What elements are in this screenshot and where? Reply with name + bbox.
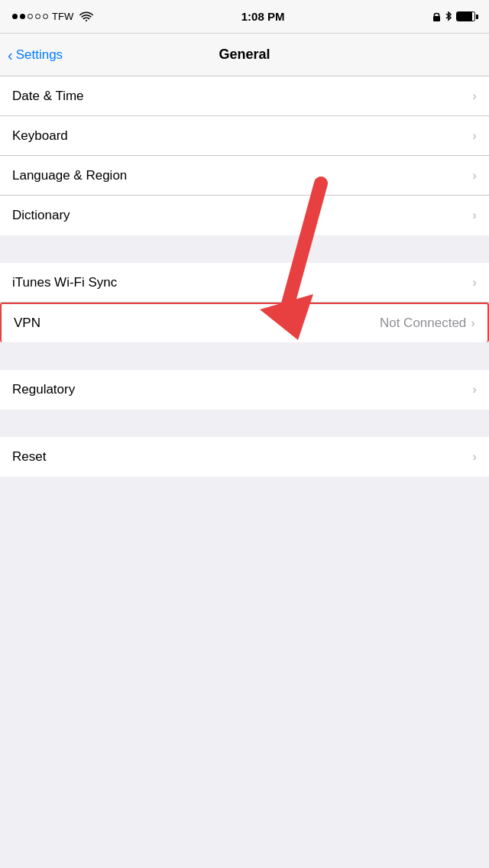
- chevron-icon-itunes-wifi: ›: [472, 275, 477, 290]
- signal-dot-3: [28, 14, 33, 19]
- nav-bar: ‹ Settings General: [0, 34, 489, 76]
- settings-section-1: Date & Time › Keyboard › Language & Regi…: [0, 76, 489, 235]
- item-right-vpn: Not Connected ›: [380, 316, 475, 331]
- signal-dot-2: [20, 14, 25, 19]
- item-label-dictionary: Dictionary: [12, 208, 70, 223]
- nav-back-button[interactable]: ‹ Settings: [8, 47, 63, 63]
- back-chevron-icon: ‹: [8, 47, 13, 63]
- carrier-label: TFW: [52, 11, 73, 22]
- settings-item-language-region[interactable]: Language & Region ›: [0, 156, 489, 196]
- item-right-language-region: ›: [472, 168, 477, 183]
- chevron-icon-keyboard: ›: [472, 128, 477, 144]
- chevron-icon-regulatory: ›: [472, 382, 477, 397]
- item-right-itunes-wifi: ›: [472, 275, 477, 290]
- item-right-date-time: ›: [472, 89, 477, 104]
- item-label-reset: Reset: [12, 449, 46, 465]
- settings-item-regulatory[interactable]: Regulatory ›: [0, 370, 489, 410]
- battery-container: [456, 11, 477, 21]
- status-time: 1:08 PM: [241, 10, 285, 23]
- signal-dots: [12, 14, 48, 19]
- chevron-icon-date-time: ›: [472, 89, 477, 104]
- signal-dot-1: [12, 14, 18, 19]
- item-right-regulatory: ›: [472, 382, 477, 397]
- item-label-vpn: VPN: [14, 316, 40, 331]
- page-wrapper: TFW 1:08 PM: [0, 0, 489, 868]
- item-right-keyboard: ›: [472, 128, 477, 144]
- settings-item-vpn[interactable]: VPN Not Connected ›: [0, 303, 489, 342]
- chevron-icon-vpn: ›: [471, 316, 475, 331]
- nav-title: General: [219, 47, 270, 63]
- svg-rect-0: [433, 16, 440, 21]
- chevron-icon-dictionary: ›: [472, 208, 477, 223]
- settings-item-itunes-wifi[interactable]: iTunes Wi-Fi Sync ›: [0, 263, 489, 303]
- item-label-date-time: Date & Time: [12, 89, 84, 104]
- settings-section-2: iTunes Wi-Fi Sync › VPN Not Connected ›: [0, 263, 489, 342]
- chevron-icon-reset: ›: [472, 449, 477, 465]
- settings-section-3: Regulatory ›: [0, 370, 489, 410]
- status-bar: TFW 1:08 PM: [0, 0, 489, 34]
- wifi-icon: [79, 11, 93, 22]
- signal-dot-5: [43, 14, 48, 19]
- lock-icon: [432, 11, 441, 22]
- vpn-status-value: Not Connected: [380, 316, 466, 331]
- settings-item-date-time[interactable]: Date & Time ›: [0, 76, 489, 116]
- item-right-reset: ›: [472, 449, 477, 465]
- item-label-keyboard: Keyboard: [12, 128, 68, 144]
- item-label-regulatory: Regulatory: [12, 382, 75, 397]
- section-gap-3: [0, 410, 489, 437]
- section-gap-2: [0, 342, 489, 370]
- signal-dot-4: [35, 14, 40, 19]
- battery-icon: [456, 11, 475, 21]
- status-right: [432, 11, 477, 22]
- settings-section-4: Reset ›: [0, 437, 489, 477]
- section-gap-1: [0, 235, 489, 263]
- item-label-language-region: Language & Region: [12, 168, 127, 183]
- item-right-dictionary: ›: [472, 208, 477, 223]
- settings-item-reset[interactable]: Reset ›: [0, 437, 489, 477]
- status-left: TFW: [12, 11, 93, 22]
- settings-item-dictionary[interactable]: Dictionary ›: [0, 196, 489, 235]
- item-label-itunes-wifi: iTunes Wi-Fi Sync: [12, 275, 117, 290]
- settings-item-keyboard[interactable]: Keyboard ›: [0, 116, 489, 156]
- chevron-icon-language-region: ›: [472, 168, 477, 183]
- battery-fill: [457, 12, 472, 21]
- bluetooth-icon: [445, 11, 452, 22]
- nav-back-label: Settings: [16, 47, 63, 63]
